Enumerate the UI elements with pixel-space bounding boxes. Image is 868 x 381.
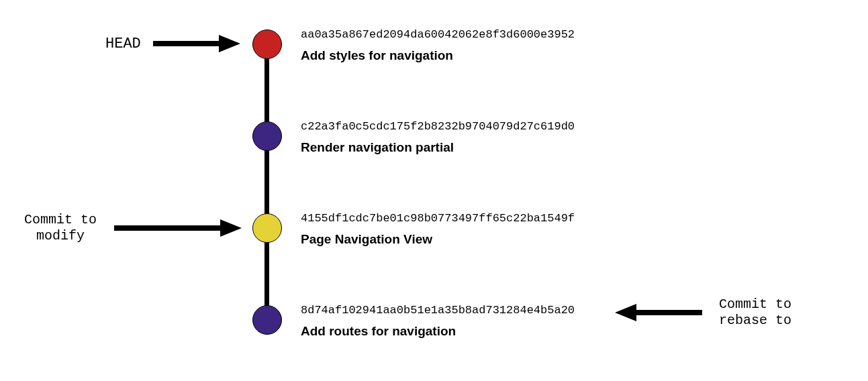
commit-to-modify-line2: modify (36, 228, 85, 243)
commit-node-4 (252, 305, 282, 335)
svg-marker-1 (219, 35, 240, 52)
commit-hash-2: c22a3fa0c5cdc175f2b8232b9704079d27c619d0 (301, 120, 575, 133)
head-label: HEAD (105, 36, 141, 53)
arrow-left-icon (615, 304, 702, 321)
arrow-right-icon (114, 219, 242, 237)
commit-to-modify-line1: Commit to (24, 212, 97, 227)
commit-message-4: Add routes for navigation (301, 324, 456, 339)
svg-marker-5 (615, 304, 636, 321)
commit-to-rebase-line1: Commit to (719, 296, 791, 312)
commit-message-3: Page Navigation View (301, 232, 432, 247)
connector (264, 150, 269, 215)
commit-to-modify-label: Commit to modify (20, 212, 101, 244)
arrow-right-icon (153, 35, 240, 52)
commit-node-2 (252, 121, 282, 151)
commit-node-3 (252, 213, 282, 243)
commit-hash-3: 4155df1cdc7be01c98b0773497ff65c22ba1549f (301, 212, 575, 225)
commit-to-rebase-label: Commit to rebase to (715, 296, 795, 329)
svg-marker-3 (220, 219, 242, 237)
commit-to-rebase-line2: rebase to (719, 313, 791, 328)
commit-hash-1: aa0a35a867ed2094da60042062e8f3d6000e3952 (301, 28, 575, 41)
commit-message-1: Add styles for navigation (301, 48, 453, 63)
commit-hash-4: 8d74af102941aa0b51e1a35b8ad731284e4b5a20 (301, 304, 575, 317)
commit-node-1 (252, 30, 282, 59)
connector (264, 58, 269, 123)
connector (264, 241, 269, 307)
commit-message-2: Render navigation partial (301, 140, 454, 155)
